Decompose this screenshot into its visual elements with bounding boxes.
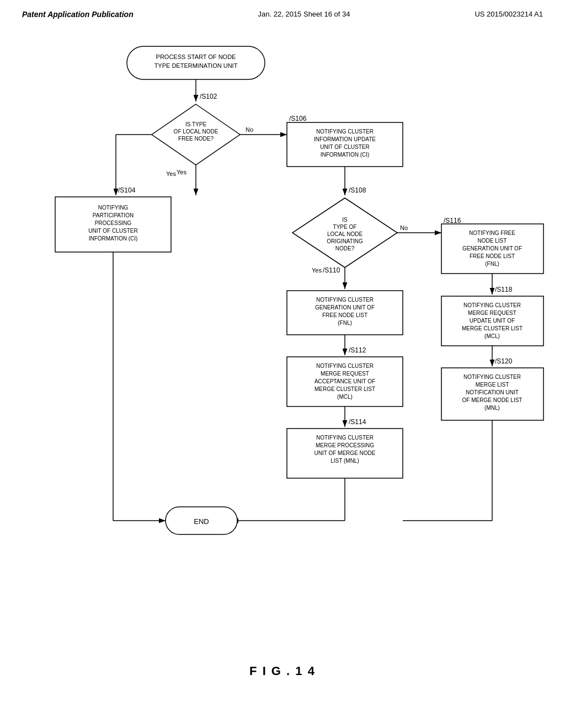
svg-text:GENERATION UNIT OF: GENERATION UNIT OF — [462, 245, 522, 251]
svg-text:MERGE PROCESSING: MERGE PROCESSING — [316, 442, 374, 448]
diagram-container: PROCESS START OF NODE TYPE DETERMINATION… — [0, 24, 565, 659]
svg-text:NODE LIST: NODE LIST — [478, 238, 507, 244]
svg-marker-6 — [152, 104, 240, 165]
svg-text:/S106: /S106 — [289, 115, 307, 122]
svg-text:NOTIFYING CLUSTER: NOTIFYING CLUSTER — [316, 363, 374, 369]
svg-text:OF LOCAL NODE: OF LOCAL NODE — [174, 129, 218, 135]
svg-text:TYPE DETERMINATION UNIT: TYPE DETERMINATION UNIT — [154, 62, 238, 69]
svg-text:NOTIFICATION UNIT: NOTIFICATION UNIT — [466, 389, 519, 395]
svg-text:INFORMATION UPDATE: INFORMATION UPDATE — [314, 136, 376, 142]
header-right: US 2015/0023214 A1 — [475, 10, 543, 18]
svg-text:TYPE OF: TYPE OF — [333, 224, 357, 230]
header-left: Patent Application Publication — [22, 10, 134, 19]
svg-text:MERGE LIST: MERGE LIST — [476, 382, 509, 388]
svg-text:Yes: Yes — [166, 170, 176, 177]
svg-text:NODE?: NODE? — [335, 245, 355, 251]
svg-text:NOTIFYING CLUSTER: NOTIFYING CLUSTER — [316, 129, 374, 135]
svg-text:/S114: /S114 — [349, 418, 366, 426]
svg-text:END: END — [194, 517, 209, 526]
svg-text:(MNL): (MNL) — [484, 405, 500, 411]
svg-text:/S116: /S116 — [444, 217, 461, 224]
figure-label: F I G . 1 4 — [0, 664, 565, 689]
svg-text:UNIT OF MERGE NODE: UNIT OF MERGE NODE — [315, 450, 376, 456]
svg-text:No: No — [246, 126, 253, 133]
svg-text:Yes: Yes — [312, 267, 322, 274]
svg-text:MERGE CLUSTER LIST: MERGE CLUSTER LIST — [462, 325, 523, 331]
svg-text:NOTIFYING: NOTIFYING — [98, 205, 129, 211]
svg-text:UPDATE UNIT OF: UPDATE UNIT OF — [470, 318, 515, 324]
svg-text:NOTIFYING FREE: NOTIFYING FREE — [469, 230, 515, 236]
svg-text:/S104: /S104 — [118, 186, 136, 194]
svg-text:ORIGINATING: ORIGINATING — [327, 238, 363, 244]
svg-text:GENERATION UNIT OF: GENERATION UNIT OF — [315, 304, 375, 311]
svg-text:FREE NODE?: FREE NODE? — [178, 136, 214, 142]
svg-text:/S120: /S120 — [495, 357, 513, 365]
svg-text:UNIT OF CLUSTER: UNIT OF CLUSTER — [320, 144, 369, 150]
page-header: Patent Application Publication Jan. 22, … — [0, 0, 565, 19]
svg-text:/S108: /S108 — [349, 186, 366, 194]
svg-text:(MCL): (MCL) — [337, 394, 353, 400]
svg-text:ACCEPTANCE UNIT OF: ACCEPTANCE UNIT OF — [315, 378, 375, 384]
header-center: Jan. 22, 2015 Sheet 16 of 34 — [258, 10, 350, 18]
svg-text:(FNL): (FNL) — [338, 320, 352, 326]
svg-text:(FNL): (FNL) — [485, 261, 499, 267]
svg-text:OF MERGE NODE LIST: OF MERGE NODE LIST — [462, 397, 523, 403]
svg-text:/S118: /S118 — [495, 286, 513, 293]
svg-text:INFORMATION (CI): INFORMATION (CI) — [321, 152, 370, 158]
svg-text:/S102: /S102 — [200, 93, 217, 100]
svg-text:No: No — [400, 224, 408, 231]
svg-text:LOCAL NODE: LOCAL NODE — [327, 231, 363, 237]
svg-text:FREE NODE LIST: FREE NODE LIST — [470, 253, 515, 259]
flowchart-svg: PROCESS START OF NODE TYPE DETERMINATION… — [0, 24, 565, 659]
svg-text:NOTIFYING CLUSTER: NOTIFYING CLUSTER — [316, 297, 374, 303]
svg-text:/S110: /S110 — [323, 266, 340, 274]
svg-text:PROCESSING: PROCESSING — [95, 220, 132, 226]
svg-text:INFORMATION (CI): INFORMATION (CI) — [89, 235, 138, 242]
svg-text:Yes: Yes — [177, 169, 186, 175]
svg-text:PARTICIPATION: PARTICIPATION — [93, 212, 134, 218]
svg-text:(MCL): (MCL) — [484, 333, 500, 339]
svg-text:NOTIFYING CLUSTER: NOTIFYING CLUSTER — [463, 374, 521, 380]
svg-text:PROCESS START OF NODE: PROCESS START OF NODE — [156, 53, 236, 60]
svg-text:MERGE REQUEST: MERGE REQUEST — [468, 310, 516, 316]
svg-text:LIST (MNL): LIST (MNL) — [331, 458, 359, 464]
svg-text:NOTIFYING CLUSTER: NOTIFYING CLUSTER — [463, 302, 521, 308]
svg-text:/S112: /S112 — [349, 346, 366, 354]
svg-text:MERGE REQUEST: MERGE REQUEST — [321, 371, 369, 377]
svg-text:NOTIFYING CLUSTER: NOTIFYING CLUSTER — [316, 435, 374, 441]
svg-text:UNIT OF CLUSTER: UNIT OF CLUSTER — [88, 228, 137, 234]
svg-text:MERGE CLUSTER LIST: MERGE CLUSTER LIST — [315, 386, 375, 392]
svg-text:IS TYPE: IS TYPE — [185, 121, 206, 127]
svg-text:FREE NODE LIST: FREE NODE LIST — [322, 312, 367, 318]
svg-text:IS: IS — [342, 217, 348, 223]
